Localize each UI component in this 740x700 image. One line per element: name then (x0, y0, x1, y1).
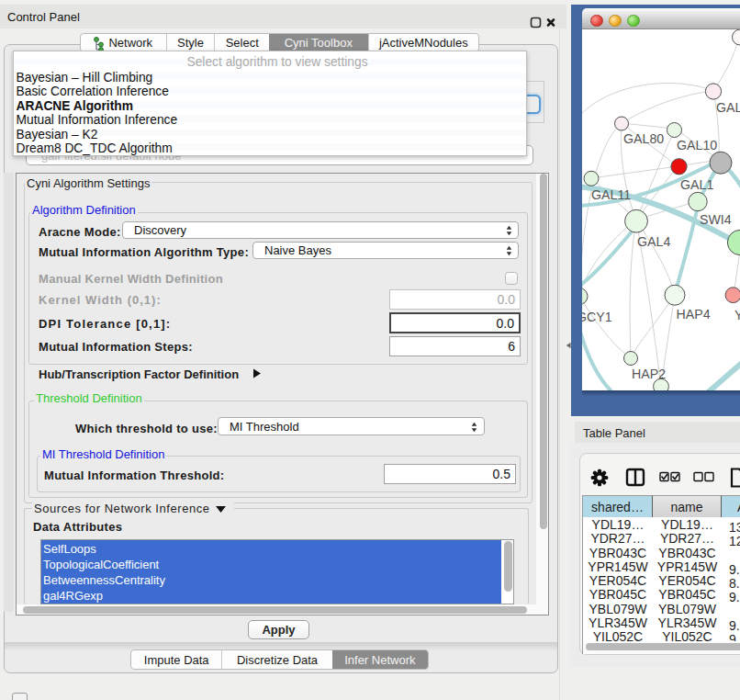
svg-text:GAL80: GAL80 (623, 131, 664, 146)
svg-text:GAL10: GAL10 (677, 138, 717, 152)
svg-text:GAL: GAL (716, 100, 740, 115)
svg-text:HAP4: HAP4 (677, 307, 711, 322)
svg-text:GAL1: GAL1 (680, 177, 713, 192)
svg-text:Y: Y (734, 308, 740, 322)
svg-text:SWI4: SWI4 (700, 212, 732, 227)
svg-text:GAL4: GAL4 (637, 234, 670, 249)
svg-text:HAP2: HAP2 (632, 367, 666, 381)
svg-text:GCY1: GCY1 (582, 310, 612, 324)
svg-text:GAL11: GAL11 (591, 187, 631, 202)
